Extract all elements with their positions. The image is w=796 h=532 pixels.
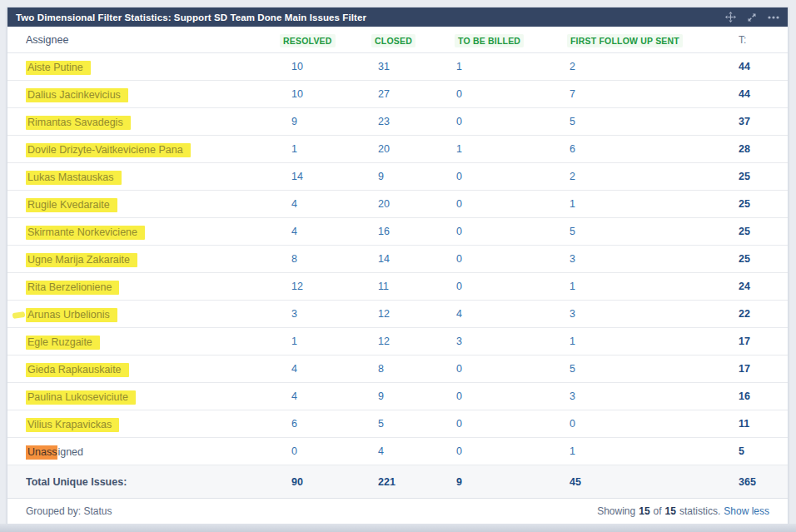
to-be-billed-value[interactable]: 0: [455, 88, 567, 100]
closed-value[interactable]: 8: [371, 363, 455, 375]
row-total-value[interactable]: 17: [739, 363, 769, 375]
first-follow-up-sent-value[interactable]: 6: [567, 143, 739, 155]
first-follow-up-sent-value[interactable]: 7: [567, 88, 739, 100]
resolved-value[interactable]: 4: [280, 390, 371, 402]
row-total-value[interactable]: 25: [739, 198, 769, 210]
move-icon[interactable]: [725, 12, 736, 22]
resolved-value[interactable]: 10: [280, 61, 371, 72]
column-header-total: T:: [739, 34, 769, 46]
closed-value[interactable]: 9: [371, 171, 455, 182]
show-less-link[interactable]: Show less: [724, 505, 769, 517]
resolved-value[interactable]: 14: [280, 171, 371, 182]
to-be-billed-value[interactable]: 0: [455, 445, 567, 457]
resolved-value[interactable]: 4: [280, 198, 371, 210]
column-header-resolved[interactable]: RESOLVED: [280, 34, 336, 47]
to-be-billed-value[interactable]: 0: [455, 198, 567, 210]
expand-icon[interactable]: [747, 12, 757, 22]
total-to-be-billed-value[interactable]: 9: [455, 476, 567, 488]
row-total-value[interactable]: 28: [739, 143, 769, 155]
assignee-name-highlighted: Arunas Urbelionis: [26, 308, 117, 322]
first-follow-up-sent-value[interactable]: 1: [567, 336, 739, 347]
first-follow-up-sent-value[interactable]: 5: [567, 116, 739, 127]
first-follow-up-sent-value[interactable]: 1: [567, 445, 739, 457]
first-follow-up-sent-value[interactable]: 5: [567, 363, 739, 375]
row-total-value[interactable]: 11: [739, 418, 769, 430]
first-follow-up-sent-value[interactable]: 0: [567, 418, 739, 430]
total-count: 15: [665, 505, 676, 517]
to-be-billed-value[interactable]: 0: [455, 281, 567, 292]
first-follow-up-sent-value[interactable]: 3: [567, 253, 739, 265]
column-header-first-follow-up-sent[interactable]: FIRST FOLLOW UP SENT: [567, 34, 683, 47]
to-be-billed-value[interactable]: 4: [455, 308, 567, 320]
row-total-value[interactable]: 37: [739, 116, 769, 127]
first-follow-up-sent-value[interactable]: 2: [567, 61, 739, 72]
closed-value[interactable]: 4: [371, 445, 455, 457]
resolved-value[interactable]: 10: [280, 88, 371, 100]
row-total-value[interactable]: 22: [739, 308, 769, 320]
of-text: of: [654, 505, 662, 517]
total-closed-value[interactable]: 221: [371, 476, 455, 488]
first-follow-up-sent-value[interactable]: 2: [567, 171, 739, 182]
grand-total-value[interactable]: 365: [739, 476, 769, 488]
resolved-value[interactable]: 3: [280, 308, 371, 320]
column-header-to-be-billed[interactable]: TO BE BILLED: [455, 34, 524, 47]
row-total-value[interactable]: 17: [739, 336, 769, 347]
resolved-value[interactable]: 12: [280, 281, 371, 292]
resolved-value[interactable]: 4: [280, 226, 371, 237]
table-row: Egle Ruzgaite 1 12 3 1 17: [7, 328, 788, 355]
column-header-closed[interactable]: CLOSED: [371, 34, 415, 47]
row-total-value[interactable]: 44: [739, 61, 769, 72]
closed-value[interactable]: 5: [371, 418, 455, 430]
total-resolved-value[interactable]: 90: [280, 476, 371, 488]
resolved-value[interactable]: 8: [280, 253, 371, 265]
to-be-billed-value[interactable]: 0: [455, 390, 567, 402]
to-be-billed-value[interactable]: 1: [455, 61, 567, 72]
more-options-icon[interactable]: [768, 16, 779, 19]
row-total-value[interactable]: 25: [739, 253, 769, 265]
to-be-billed-value[interactable]: 1: [455, 143, 567, 155]
total-first-follow-up-sent-value[interactable]: 45: [567, 476, 739, 488]
first-follow-up-sent-value[interactable]: 1: [567, 281, 739, 292]
resolved-value[interactable]: 1: [280, 336, 371, 347]
assignee-name-highlighted: Skirmante Norkeviciene: [26, 226, 145, 240]
resolved-value[interactable]: 0: [280, 445, 371, 457]
shown-count: 15: [639, 505, 649, 517]
resolved-value[interactable]: 1: [280, 143, 371, 155]
closed-value[interactable]: 14: [371, 253, 455, 265]
row-total-value[interactable]: 25: [739, 171, 769, 182]
row-total-value[interactable]: 25: [739, 226, 769, 237]
to-be-billed-value[interactable]: 0: [455, 226, 567, 237]
to-be-billed-value[interactable]: 3: [455, 336, 567, 347]
closed-value[interactable]: 11: [371, 281, 455, 292]
resolved-value[interactable]: 6: [280, 418, 371, 430]
table-row: Rimantas Savadegis 9 23 0 5 37: [7, 108, 788, 136]
assignee-name-highlighted: Gieda Rapkauskaite: [26, 363, 129, 377]
gadget-header-bar[interactable]: Two Dimensional Filter Statistics: Suppo…: [7, 7, 788, 27]
first-follow-up-sent-value[interactable]: 3: [567, 308, 739, 320]
first-follow-up-sent-value[interactable]: 1: [567, 198, 739, 210]
row-total-value[interactable]: 44: [739, 88, 769, 100]
resolved-value[interactable]: 9: [280, 116, 371, 127]
first-follow-up-sent-value[interactable]: 5: [567, 226, 739, 237]
to-be-billed-value[interactable]: 0: [455, 418, 567, 430]
closed-value[interactable]: 12: [371, 336, 455, 347]
resolved-value[interactable]: 4: [280, 363, 371, 375]
closed-value[interactable]: 9: [371, 390, 455, 402]
first-follow-up-sent-value[interactable]: 3: [567, 390, 739, 402]
row-total-value[interactable]: 5: [739, 445, 769, 457]
closed-value[interactable]: 31: [371, 61, 455, 72]
to-be-billed-value[interactable]: 0: [455, 253, 567, 265]
row-total-value[interactable]: 24: [739, 281, 769, 292]
assignee-name-highlighted: Unass: [26, 445, 57, 460]
closed-value[interactable]: 16: [371, 226, 455, 237]
to-be-billed-value[interactable]: 0: [455, 171, 567, 182]
closed-value[interactable]: 12: [371, 308, 455, 320]
to-be-billed-value[interactable]: 0: [455, 116, 567, 127]
assignee-name: igned: [57, 446, 83, 458]
row-total-value[interactable]: 16: [739, 390, 769, 402]
closed-value[interactable]: 20: [371, 198, 455, 210]
closed-value[interactable]: 20: [371, 143, 455, 155]
closed-value[interactable]: 23: [371, 116, 455, 127]
closed-value[interactable]: 27: [371, 88, 455, 100]
to-be-billed-value[interactable]: 0: [455, 363, 567, 375]
